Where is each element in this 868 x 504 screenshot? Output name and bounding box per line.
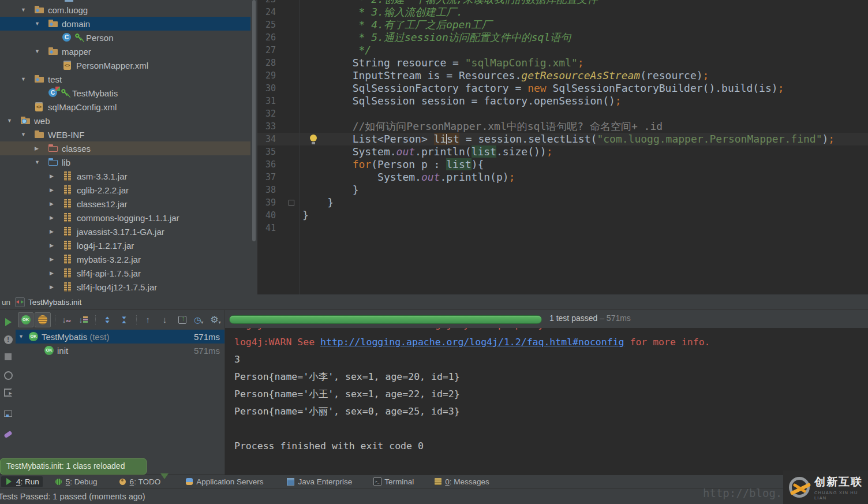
run-tab-label[interactable]: TestMybatis.init (28, 298, 81, 307)
line-number[interactable]: 32 (257, 107, 276, 120)
line-number[interactable]: 30 (257, 82, 276, 95)
chevron-down-icon[interactable]: ▼ (20, 132, 35, 137)
rerun-button[interactable] (2, 316, 14, 328)
test-history-button[interactable] (190, 312, 206, 327)
tab-todo[interactable]: 6: TODO (115, 476, 164, 487)
sort-duration-button[interactable] (76, 312, 91, 327)
code-line-26[interactable]: 26 * 5.通过session访问配置文件中的sql语句 (257, 31, 868, 44)
code-line-33[interactable]: 33 //如何访问PersonMapper.xml中的sql语句呢? 命名空间+… (257, 120, 868, 133)
tab-messages[interactable]: 0: Messages (430, 476, 493, 487)
gutter-mark-icon[interactable] (289, 200, 294, 206)
expand-all-button[interactable] (99, 312, 115, 327)
record-button[interactable] (2, 369, 14, 381)
chevron-down-icon[interactable]: ▼ (18, 334, 29, 339)
line-number[interactable]: 40 (257, 209, 276, 222)
code-line-25[interactable]: 25 * 4.有了工厂之后open工厂 (257, 18, 868, 31)
chevron-down-icon[interactable]: ▼ (20, 7, 35, 13)
tree-item-slf4j-api-1-7-5-jar[interactable]: ▶slf4j-api-1.7.5.jar (0, 266, 250, 280)
tab-debug[interactable]: 5: Debug (51, 476, 101, 487)
tree-item-log4j-1-2-17-jar[interactable]: ▶log4j-1.2.17.jar (0, 238, 250, 252)
code-line-28[interactable]: 28 String resource = "sqlMapConfig.xml"; (257, 57, 868, 69)
test-node-testmybatis[interactable]: ▼OKTestMybatis(test)571ms (16, 330, 225, 344)
chevron-right-icon[interactable]: ▶ (48, 270, 63, 276)
line-number[interactable]: 39 (257, 196, 276, 209)
code-line-29[interactable]: 29 InputStream is = Resources.getResourc… (257, 69, 868, 82)
tree-item-slf4j-log4j12-1-7-5-jar[interactable]: ▶slf4j-log4j12-1.7.5.jar (0, 280, 250, 294)
line-number[interactable]: 24 (257, 6, 276, 18)
settings-gear-button[interactable] (208, 312, 223, 327)
chevron-right-icon[interactable]: ▶ (48, 215, 63, 221)
code-line-31[interactable]: 31 SqlSession session = factory.openSess… (257, 95, 868, 107)
tree-item-mapper[interactable]: ▼mapper (0, 44, 250, 58)
tree-item-personmapper-xml[interactable]: PersonMapper.xml (0, 58, 250, 72)
lightbulb-icon[interactable] (310, 135, 317, 144)
chevron-right-icon[interactable]: ▶ (48, 201, 63, 207)
line-number[interactable]: 27 (257, 44, 276, 57)
run-console[interactable]: log4j:WARN Please initialize the log4j s… (226, 328, 868, 475)
tree-item-person[interactable]: Person (0, 31, 250, 44)
chevron-right-icon[interactable]: ▶ (48, 242, 63, 248)
code-line-24[interactable]: 24 * 3.输入流创建工厂. (257, 6, 868, 18)
help-button[interactable] (2, 428, 14, 440)
scrollbar-thumb[interactable] (252, 0, 256, 241)
code-line-30[interactable]: 30 SqlSessionFactory factory = new SqlSe… (257, 82, 868, 95)
chevron-right-icon[interactable]: ▶ (33, 145, 48, 151)
collapse-all-button[interactable] (116, 312, 132, 327)
tree-item-cglib-2-2-2-jar[interactable]: ▶cglib-2.2.2.jar (0, 183, 250, 197)
chevron-right-icon[interactable]: ▶ (48, 187, 63, 193)
code-line-32[interactable]: 32 (257, 107, 868, 120)
line-number[interactable]: 23 (257, 0, 276, 6)
code-line-35[interactable]: 35 System.out.println(list.size()); (257, 145, 868, 158)
project-tree-scrollbar[interactable] (250, 0, 257, 294)
code-line-37[interactable]: 37 System.out.println(p); (257, 171, 868, 184)
tree-item-web-inf[interactable]: ▼WEB-INF (0, 128, 250, 141)
project-tree[interactable]: ▼com.luogg▼domainPerson▼mapperPersonMapp… (0, 0, 250, 294)
chevron-down-icon[interactable]: ▼ (20, 76, 35, 82)
chevron-down-icon[interactable]: ▼ (33, 159, 48, 165)
export-results-button[interactable] (174, 312, 189, 327)
code-line-40[interactable]: 40} (257, 209, 868, 222)
line-number[interactable]: 33 (257, 120, 276, 133)
line-number[interactable]: 26 (257, 31, 276, 44)
tree-item-com-luogg[interactable]: ▼com.luogg (0, 3, 250, 17)
test-node-init[interactable]: OKinit571ms (16, 344, 225, 357)
line-number[interactable]: 37 (257, 171, 276, 184)
code-line-34[interactable]: 34 List<Person> list = session.selectLis… (257, 133, 868, 145)
chevron-down-icon[interactable]: ▼ (33, 21, 48, 27)
tab-application-servers[interactable]: Application Servers (181, 476, 267, 487)
reload-notification-balloon[interactable]: TestMybatis.init: 1 class reloaded (0, 458, 147, 475)
tree-item-domain[interactable]: ▼domain (0, 17, 250, 31)
tree-item-asm-3-3-1-jar[interactable]: ▶asm-3.3.1.jar (0, 169, 250, 183)
tree-item-web[interactable]: ▼web (0, 114, 250, 128)
code-line-41[interactable]: 41 (257, 222, 868, 234)
chevron-right-icon[interactable]: ▶ (48, 284, 63, 290)
chevron-down-icon[interactable]: ▼ (33, 48, 48, 54)
line-number[interactable]: 31 (257, 95, 276, 107)
next-failed-button[interactable] (157, 312, 173, 327)
code-line-38[interactable]: 38 } (257, 184, 868, 196)
tree-item-classes[interactable]: ▶classes (0, 141, 250, 155)
tree-item-testmybatis[interactable]: TestMybatis (0, 86, 250, 100)
chevron-right-icon[interactable]: ▶ (48, 229, 63, 234)
exit-button[interactable] (2, 387, 14, 398)
code-line-36[interactable]: 36 for(Person p : list){ (257, 158, 868, 171)
console-link[interactable]: http://logging.apache.org/log4j/1.2/faq.… (320, 337, 624, 348)
chevron-down-icon[interactable]: ▼ (6, 118, 21, 124)
test-tree[interactable]: ▼OKTestMybatis(test)571msOKinit571ms (16, 330, 225, 357)
tree-item-test[interactable]: ▼test (0, 72, 250, 86)
chevron-right-icon[interactable]: ▶ (48, 256, 63, 262)
tree-item-lib[interactable]: ▼lib (0, 155, 250, 169)
tree-item-sqlmapconfig-xml[interactable]: sqlMapConfig.xml (0, 100, 250, 114)
line-number[interactable]: 25 (257, 18, 276, 31)
line-number[interactable]: 29 (257, 69, 276, 82)
errors-button[interactable] (2, 334, 14, 345)
tree-item-javassist-3-17-1-ga-jar[interactable]: ▶javassist-3.17.1-GA.jar (0, 225, 250, 238)
layout-button[interactable] (2, 408, 14, 419)
code-line-39[interactable]: 39 } (257, 196, 868, 209)
code-line-23[interactable]: 23 * 2.创建一个输入流,来读取我们的数据库配置文件 (257, 0, 868, 6)
line-number[interactable]: 34 (257, 133, 276, 145)
sort-alpha-button[interactable] (59, 312, 74, 327)
tree-item-commons-logging-1-1-1-jar[interactable]: ▶commons-logging-1.1.1.jar (0, 211, 250, 225)
tab-terminal[interactable]: Terminal (369, 476, 417, 487)
tree-item-classes12-jar[interactable]: ▶classes12.jar (0, 197, 250, 211)
